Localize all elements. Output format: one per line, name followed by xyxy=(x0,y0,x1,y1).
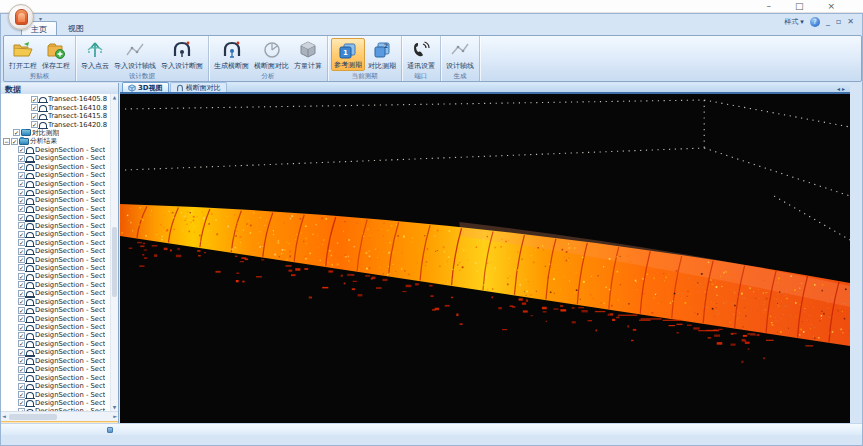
tree-item-design-section[interactable]: ✓DesignSection - Sect xyxy=(1,323,118,331)
tree-item-design-section[interactable]: ✓DesignSection - Sect xyxy=(1,306,118,314)
checkbox[interactable]: ✓ xyxy=(31,104,38,111)
checkbox[interactable]: ✓ xyxy=(18,340,25,347)
checkbox[interactable]: ✓ xyxy=(18,399,25,406)
checkbox[interactable]: ✓ xyxy=(18,281,25,288)
tree-item-result-folder[interactable]: −✓分析结果 xyxy=(1,137,118,145)
checkbox[interactable]: ✓ xyxy=(18,205,25,212)
tree-item-design-section[interactable]: ✓DesignSection - Sect xyxy=(1,205,118,213)
ribbon-button-open-project[interactable]: 打开工程 xyxy=(7,38,39,71)
tree-item-design-section[interactable]: ✓DesignSection - Sect xyxy=(1,163,118,171)
scroll-left-icon[interactable]: ◄ xyxy=(2,413,6,419)
help-icon[interactable]: ? xyxy=(810,17,820,27)
tree-item-design-section[interactable]: ✓DesignSection - Sect xyxy=(1,390,118,398)
checkbox[interactable]: ✓ xyxy=(18,366,25,373)
checkbox[interactable]: ✓ xyxy=(18,180,25,187)
checkbox[interactable]: ✓ xyxy=(18,391,25,398)
tree-item-transect[interactable]: ✓Transect-16405.8 xyxy=(1,95,118,103)
tree-item-design-section[interactable]: ✓DesignSection - Sect xyxy=(1,348,118,356)
checkbox[interactable]: ✓ xyxy=(18,172,25,179)
app-restore-icon[interactable]: ▫ xyxy=(836,18,841,26)
checkbox[interactable]: ✓ xyxy=(18,349,25,356)
checkbox[interactable]: ✓ xyxy=(18,264,25,271)
tree-item-transect[interactable]: ✓Transect-16420.8 xyxy=(1,120,118,128)
tree-item-transect[interactable]: ✓Transect-16415.8 xyxy=(1,112,118,120)
checkbox[interactable]: ✓ xyxy=(31,121,38,128)
os-close-icon[interactable]: × xyxy=(827,2,835,11)
ribbon-button-section-compare[interactable]: 横断面对比 xyxy=(252,38,291,71)
tree-item-design-section[interactable]: ✓DesignSection - Sect xyxy=(1,331,118,339)
tree-item-design-section[interactable]: ✓DesignSection - Sect xyxy=(1,399,118,407)
checkbox[interactable]: ✓ xyxy=(11,138,18,145)
style-menu[interactable]: 样式 ▾ xyxy=(784,17,804,27)
ribbon-button-volume-calc[interactable]: 方量计算 xyxy=(292,38,324,71)
tree-item-design-section[interactable]: ✓DesignSection - Sect xyxy=(1,272,118,280)
scroll-up-icon[interactable]: ▲ xyxy=(111,95,118,100)
ribbon-tab-view[interactable]: 视图 xyxy=(59,21,93,35)
tree-item-design-section[interactable]: ✓DesignSection - Sect xyxy=(1,298,118,306)
ribbon-button-import-pointcloud[interactable]: 导入点云 xyxy=(79,38,111,71)
scroll-right-icon[interactable]: ► xyxy=(113,413,117,419)
ribbon-button-compare-epoch[interactable]: 2对比测期 xyxy=(366,38,398,71)
ribbon-button-comm-settings[interactable]: 通讯设置 xyxy=(405,38,437,71)
tree-item-design-section[interactable]: ✓DesignSection - Sect xyxy=(1,357,118,365)
tab-nav-right-icon[interactable]: ▸ xyxy=(842,85,847,92)
checkbox[interactable]: ✓ xyxy=(18,298,25,305)
checkbox[interactable]: ✓ xyxy=(31,96,38,103)
tree-item-design-section[interactable]: ✓DesignSection - Sect xyxy=(1,154,118,162)
tree-item-design-section[interactable]: ✓DesignSection - Sect xyxy=(1,314,118,322)
quick-access-caret-icon[interactable]: ▾ xyxy=(39,15,42,22)
tab-nav-arrows[interactable]: ◂▸ xyxy=(837,85,847,92)
tree-item-design-section[interactable]: ✓DesignSection - Sect xyxy=(1,230,118,238)
ribbon-button-design-axis[interactable]: 设计轴线 xyxy=(444,38,476,71)
checkbox[interactable]: ✓ xyxy=(18,197,25,204)
checkbox[interactable]: ✓ xyxy=(18,307,25,314)
checkbox[interactable]: ✓ xyxy=(18,374,25,381)
tree-item-design-section[interactable]: ✓DesignSection - Sect xyxy=(1,255,118,263)
hscroll-thumb[interactable] xyxy=(9,414,57,420)
checkbox[interactable]: ✓ xyxy=(31,113,38,120)
tree-item-design-section[interactable]: ✓DesignSection - Sect xyxy=(1,382,118,390)
checkbox[interactable]: ✓ xyxy=(18,222,25,229)
ribbon-button-import-axis[interactable]: 导入设计轴线 xyxy=(112,38,158,71)
checkbox[interactable]: ✓ xyxy=(18,155,25,162)
checkbox[interactable]: ✓ xyxy=(18,324,25,331)
checkbox[interactable]: ✓ xyxy=(18,256,25,263)
viewport-3d[interactable] xyxy=(120,94,850,435)
tree-item-design-section[interactable]: ✓DesignSection - Sect xyxy=(1,281,118,289)
tree-item-design-section[interactable]: ✓DesignSection - Sect xyxy=(1,179,118,187)
checkbox[interactable]: ✓ xyxy=(18,248,25,255)
checkbox[interactable]: ✓ xyxy=(18,189,25,196)
doc-tab-section-compare[interactable]: 横断面对比 xyxy=(170,82,227,92)
checkbox[interactable]: ✓ xyxy=(18,214,25,221)
checkbox[interactable]: ✓ xyxy=(18,163,25,170)
tree-item-design-section[interactable]: ✓DesignSection - Sect xyxy=(1,340,118,348)
os-maximize-icon[interactable]: □ xyxy=(795,2,804,11)
ribbon-button-save-project[interactable]: 保存工程 xyxy=(40,38,72,71)
tree-item-design-section[interactable]: ✓DesignSection - Sect xyxy=(1,171,118,179)
tree-item-design-section[interactable]: ✓DesignSection - Sect xyxy=(1,196,118,204)
tree-vertical-scrollbar[interactable]: ▲▼ xyxy=(110,94,118,411)
tree-item-design-section[interactable]: ✓DesignSection - Sect xyxy=(1,222,118,230)
checkbox[interactable]: ✓ xyxy=(18,383,25,390)
ribbon-button-generate-section[interactable]: 生成横断面 xyxy=(212,38,251,71)
checkbox[interactable]: ✓ xyxy=(18,146,25,153)
tree-item-design-section[interactable]: ✓DesignSection - Sect xyxy=(1,146,118,154)
tree-item-design-section[interactable]: ✓DesignSection - Sect xyxy=(1,373,118,381)
checkbox[interactable]: ✓ xyxy=(18,239,25,246)
tree-horizontal-scrollbar[interactable]: ◄ ► xyxy=(1,411,118,421)
tree-item-design-section[interactable]: ✓DesignSection - Sect xyxy=(1,238,118,246)
vscroll-thumb[interactable] xyxy=(112,227,117,297)
tree-item-design-section[interactable]: ✓DesignSection - Sect xyxy=(1,289,118,297)
tree-item-design-section[interactable]: ✓DesignSection - Sect xyxy=(1,264,118,272)
checkbox[interactable]: ✓ xyxy=(18,231,25,238)
app-menu-orb[interactable] xyxy=(8,4,34,30)
checkbox[interactable]: ✓ xyxy=(18,290,25,297)
scroll-down-icon[interactable]: ▼ xyxy=(111,405,118,410)
checkbox[interactable]: ✓ xyxy=(18,315,25,322)
os-minimize-icon[interactable]: – xyxy=(766,2,771,11)
collapse-icon[interactable]: − xyxy=(3,138,10,145)
tree-item-transect[interactable]: ✓Transect-16410.8 xyxy=(1,103,118,111)
tree-item-design-section[interactable]: ✓DesignSection - Sect xyxy=(1,188,118,196)
tree-item-design-section[interactable]: ✓DesignSection - Sect xyxy=(1,213,118,221)
app-close-icon[interactable]: ✕ xyxy=(847,18,854,26)
